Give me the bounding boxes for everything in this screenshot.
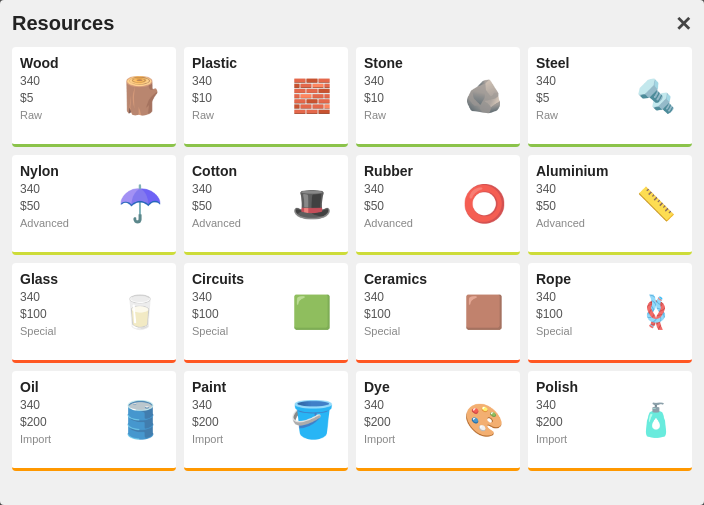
resource-icon-aluminium: 📏 <box>626 174 686 234</box>
resource-icon-steel: 🔩 <box>626 66 686 126</box>
resource-icon-circuits: 🟩 <box>282 282 342 342</box>
resources-grid: Wood 340 $5 Raw 🪵 Plastic 340 $10 Raw 🧱 … <box>12 47 692 471</box>
resource-card-circuits[interactable]: Circuits 340 $100 Special 🟩 <box>184 263 348 363</box>
resource-icon-stone: 🪨 <box>454 66 514 126</box>
resource-card-paint[interactable]: Paint 340 $200 Import 🪣 <box>184 371 348 471</box>
resource-card-cotton[interactable]: Cotton 340 $50 Advanced 🎩 <box>184 155 348 255</box>
resource-icon-polish: 🧴 <box>626 390 686 450</box>
resource-card-plastic[interactable]: Plastic 340 $10 Raw 🧱 <box>184 47 348 147</box>
resource-card-nylon[interactable]: Nylon 340 $50 Advanced ☂️ <box>12 155 176 255</box>
resource-card-rope[interactable]: Rope 340 $100 Special 🪢 <box>528 263 692 363</box>
close-button[interactable]: ✕ <box>675 14 692 34</box>
modal-header: Resources ✕ <box>12 12 692 35</box>
resource-card-glass[interactable]: Glass 340 $100 Special 🥛 <box>12 263 176 363</box>
resource-icon-oil: 🛢️ <box>110 390 170 450</box>
resource-icon-nylon: ☂️ <box>110 174 170 234</box>
resource-icon-rope: 🪢 <box>626 282 686 342</box>
resource-card-ceramics[interactable]: Ceramics 340 $100 Special 🟫 <box>356 263 520 363</box>
resource-icon-paint: 🪣 <box>282 390 342 450</box>
resource-icon-cotton: 🎩 <box>282 174 342 234</box>
resources-modal: Resources ✕ Wood 340 $5 Raw 🪵 Plastic 34… <box>0 0 704 505</box>
resource-card-stone[interactable]: Stone 340 $10 Raw 🪨 <box>356 47 520 147</box>
resource-card-wood[interactable]: Wood 340 $5 Raw 🪵 <box>12 47 176 147</box>
resource-icon-glass: 🥛 <box>110 282 170 342</box>
resource-icon-rubber: ⭕ <box>454 174 514 234</box>
modal-title: Resources <box>12 12 114 35</box>
resource-card-oil[interactable]: Oil 340 $200 Import 🛢️ <box>12 371 176 471</box>
resource-icon-wood: 🪵 <box>110 66 170 126</box>
resource-card-rubber[interactable]: Rubber 340 $50 Advanced ⭕ <box>356 155 520 255</box>
resource-icon-dye: 🎨 <box>454 390 514 450</box>
resource-card-polish[interactable]: Polish 340 $200 Import 🧴 <box>528 371 692 471</box>
resource-card-steel[interactable]: Steel 340 $5 Raw 🔩 <box>528 47 692 147</box>
resource-card-dye[interactable]: Dye 340 $200 Import 🎨 <box>356 371 520 471</box>
resource-icon-ceramics: 🟫 <box>454 282 514 342</box>
resource-icon-plastic: 🧱 <box>282 66 342 126</box>
resource-card-aluminium[interactable]: Aluminium 340 $50 Advanced 📏 <box>528 155 692 255</box>
